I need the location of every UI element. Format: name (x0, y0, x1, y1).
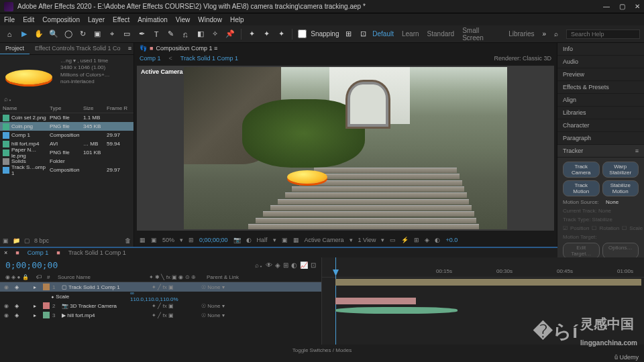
brush-tool-icon[interactable]: ✎ (166, 29, 176, 40)
project-row[interactable]: Track S…omp 1Composition29.97 (0, 166, 133, 174)
timeline-layer[interactable]: ⬥ Scale∞ 110.0,110.0,110.0% (0, 292, 321, 301)
selection-tool-icon[interactable]: ▶ (19, 29, 30, 40)
search-help-input[interactable] (566, 29, 640, 39)
zoom-tool-icon[interactable]: 🔍 (48, 29, 59, 40)
shy-icon[interactable]: 👁 (266, 261, 272, 269)
panel-paragraph[interactable]: Paragraph (557, 132, 644, 145)
eraser-tool-icon[interactable]: ◧ (195, 29, 206, 40)
trash-icon[interactable]: 🗑 (125, 237, 131, 244)
layer-bar-2[interactable] (335, 298, 416, 304)
orbit-tool-icon[interactable]: ◯ (63, 29, 74, 40)
exposure-reset-icon[interactable]: ◐ (435, 237, 440, 243)
view-axis-icon[interactable]: ✦ (276, 29, 286, 40)
workspace-libraries[interactable]: Libraries (508, 30, 534, 38)
menu-layer[interactable]: Layer (88, 16, 105, 23)
tracker-menu-icon[interactable]: ≡ (635, 147, 639, 154)
panel-audio[interactable]: Audio (557, 56, 644, 68)
timecode[interactable]: 0;00;00;00 (0, 257, 63, 273)
crumb-comp1[interactable]: Comp 1 (140, 55, 161, 62)
menu-effect[interactable]: Effect (113, 16, 129, 23)
maximize-button[interactable]: ▢ (619, 3, 625, 10)
panel-info[interactable]: Info (557, 43, 644, 56)
tl-tab-comp1[interactable]: Comp 1 (28, 249, 49, 256)
graph-icon[interactable]: 📈 (300, 261, 308, 269)
project-row[interactable]: Paper N…le.pngPNG file101 KB (0, 148, 133, 157)
shape-tool-icon[interactable]: ▭ (121, 29, 132, 40)
views-select[interactable]: 1 View (358, 237, 376, 243)
menu-edit[interactable]: Edit (23, 16, 34, 23)
puppet-tool-icon[interactable]: 📌 (225, 29, 235, 40)
frameblend-icon[interactable]: ⊞ (283, 261, 288, 269)
composition-viewer[interactable]: Active Camera (137, 66, 554, 231)
timeline-icon[interactable]: ⊞ (414, 237, 419, 243)
project-search[interactable]: ⌕▾ (0, 94, 133, 104)
brainstorm-icon[interactable]: ⊡ (311, 261, 316, 269)
channel-icon[interactable]: ◐ (246, 237, 252, 243)
roi-icon[interactable]: ▣ (282, 237, 288, 243)
snapping-checkbox[interactable] (298, 29, 307, 38)
crumb-track-solid[interactable]: Track Solid 1 Comp 1 (180, 55, 238, 62)
workspace-standard[interactable]: Standard (427, 30, 455, 38)
snap-opt2-icon[interactable]: ⊡ (358, 29, 368, 40)
camera-tool-icon[interactable]: ▣ (92, 29, 103, 40)
interpret-icon[interactable]: ▣ (3, 237, 9, 244)
menu-view[interactable]: View (176, 16, 191, 23)
timeline-layer[interactable]: ◉◈▸3▶ hill fort.mp4✦ ╱ fx ▣☉ None ▾ (0, 310, 321, 320)
panel-effects-presets[interactable]: Effects & Presets (557, 81, 644, 94)
warp-stabilizer-button[interactable]: Warp Stabilizer (602, 162, 639, 178)
tracker-panel-title[interactable]: Tracker (563, 147, 583, 154)
layer-bar-3[interactable] (335, 307, 458, 314)
workspace-default[interactable]: Default (372, 30, 394, 38)
menu-animation[interactable]: Animation (138, 16, 167, 23)
project-row[interactable]: Comp 1Composition29.97 (0, 131, 133, 139)
draft3d-icon[interactable]: ◈ (275, 261, 280, 269)
menu-file[interactable]: File (4, 16, 15, 23)
panel-align[interactable]: Align (557, 94, 644, 107)
snapshot-icon[interactable]: 📷 (233, 237, 241, 243)
resolution-select[interactable]: Half (257, 237, 268, 243)
panel-libraries[interactable]: Libraries (557, 107, 644, 119)
roto-tool-icon[interactable]: ✧ (210, 29, 221, 40)
tab-project[interactable]: Project (0, 43, 30, 54)
exposure-value[interactable]: +0.0 (445, 237, 458, 243)
pen-tool-icon[interactable]: ✒ (136, 29, 147, 40)
pan-behind-tool-icon[interactable]: ⌖ (107, 29, 117, 40)
tab-effect-controls[interactable]: Effect Controls Track Solid 1 Co (30, 43, 125, 54)
hand-tool-icon[interactable]: ✋ (34, 29, 44, 40)
fast-preview-icon[interactable]: ⚡ (401, 237, 409, 243)
rotation-tool-icon[interactable]: ↻ (78, 29, 89, 40)
workspace-small[interactable]: Small Screen (462, 27, 500, 42)
zoom-select[interactable]: 50% (162, 237, 174, 243)
view-select[interactable]: Active Camera (305, 237, 344, 243)
comp-icon[interactable]: ▢ (24, 237, 30, 244)
pixel-aspect-icon[interactable]: ▭ (390, 237, 396, 243)
type-tool-icon[interactable]: T (151, 29, 162, 40)
menu-composition[interactable]: Composition (42, 16, 80, 23)
menu-window[interactable]: Window (198, 16, 222, 23)
renderer-select[interactable]: Classic 3D (523, 55, 551, 62)
workspace-learn[interactable]: Learn (402, 30, 419, 38)
footage-icon[interactable]: 👣 (140, 45, 147, 52)
res-auto-icon[interactable]: ⊞ (189, 237, 194, 243)
layer-bar-1[interactable] (335, 279, 641, 286)
track-motion-button[interactable]: Track Motion (563, 180, 600, 196)
panel-preview[interactable]: Preview (557, 68, 644, 81)
transparency-icon[interactable]: ▦ (293, 237, 299, 243)
motion-source-select[interactable]: None (606, 199, 619, 205)
close-button[interactable]: ✕ (635, 3, 640, 10)
world-axis-icon[interactable]: ✦ (261, 29, 272, 40)
search-layer-input[interactable]: ⌕▾ (255, 261, 263, 269)
mask-icon[interactable]: ▣ (151, 237, 157, 243)
track-camera-button[interactable]: Track Camera (563, 162, 600, 178)
workspace-more-icon[interactable]: » (543, 30, 547, 38)
local-axis-icon[interactable]: ✦ (247, 29, 258, 40)
tl-close-icon[interactable]: × (4, 249, 7, 256)
tl-tab-track[interactable]: Track Solid 1 Comp 1 (68, 249, 126, 256)
stabilize-motion-button[interactable]: Stabilize Motion (602, 180, 639, 196)
snap-opt-icon[interactable]: ⊞ (343, 29, 354, 40)
motionblur-icon[interactable]: ◐ (291, 261, 297, 269)
flowchart-icon[interactable]: ◈ (425, 237, 429, 243)
panel-menu-icon[interactable]: ≡ (126, 43, 133, 54)
folder-icon[interactable]: 📁 (13, 237, 20, 244)
panel-character[interactable]: Character (557, 119, 644, 132)
